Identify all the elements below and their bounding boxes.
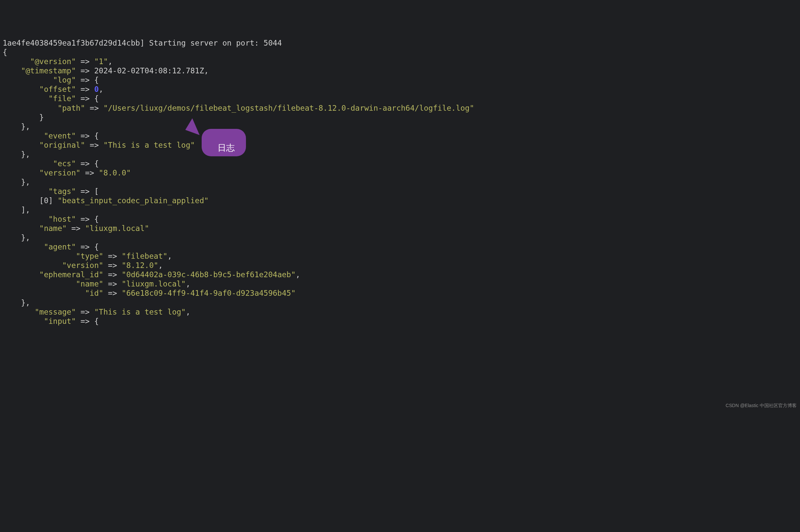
key-log: "log"	[53, 76, 76, 84]
key-path: "path"	[57, 104, 85, 112]
tags-index: [0]	[39, 196, 53, 205]
annotation-callout: 日志	[202, 129, 246, 156]
value-offset: 0	[94, 85, 99, 94]
value-agent-version: "8.12.0"	[122, 261, 159, 270]
key-agent-name: "name"	[76, 280, 104, 288]
key-agent-version: "version"	[62, 261, 104, 270]
key-tags: "tags"	[48, 187, 76, 196]
key-agent-id: "id"	[85, 289, 103, 298]
value-host-name: "liuxgm.local"	[85, 224, 149, 233]
key-agent: "agent"	[44, 243, 76, 251]
key-timestamp: "@timestamp"	[21, 66, 76, 75]
key-agent-type: "type"	[76, 252, 104, 260]
key-original: "original"	[39, 141, 85, 149]
key-host: "host"	[48, 215, 76, 223]
watermark-text: CSDN @Elastic 中国社区官方博客	[726, 403, 797, 408]
value-message: "This is a test log"	[94, 308, 186, 316]
terminal-output: 1ae4fe4038459ea1f3b67d29d14cbb] Starting…	[3, 38, 797, 325]
key-offset: "offset"	[39, 85, 76, 94]
value-original: "This is a test log"	[104, 141, 195, 149]
key-message: "message"	[35, 308, 76, 316]
key-event: "event"	[44, 132, 76, 140]
value-agent-ephemeral-id: "0d64402a-039c-46b8-b9c5-bef61e204aeb"	[122, 270, 296, 279]
value-agent-id: "66e18c09-4ff9-41f4-9af0-d923a4596b45"	[122, 289, 296, 298]
tags-value: "beats_input_codec_plain_applied"	[57, 196, 209, 205]
key-input: "input"	[44, 317, 76, 325]
key-ecs: "ecs"	[53, 159, 76, 168]
key-file: "file"	[48, 94, 76, 103]
key-ecs-version: "version"	[39, 169, 81, 177]
value-version: "1"	[94, 57, 108, 66]
value-agent-type: "filebeat"	[122, 252, 167, 260]
value-ecs-version: "8.0.0"	[99, 169, 131, 177]
header-line: 1ae4fe4038459ea1f3b67d29d14cbb] Starting…	[3, 39, 282, 47]
value-timestamp: 2024-02-02T04:08:12.781Z	[94, 66, 204, 75]
value-agent-name: "liuxgm.local"	[122, 280, 186, 288]
value-path: "/Users/liuxg/demos/filebeat_logstash/fi…	[104, 104, 475, 112]
key-agent-ephemeral-id: "ephemeral_id"	[39, 270, 104, 279]
key-version: "@version"	[30, 57, 76, 66]
annotation-label: 日志	[218, 143, 235, 153]
key-host-name: "name"	[39, 224, 67, 233]
